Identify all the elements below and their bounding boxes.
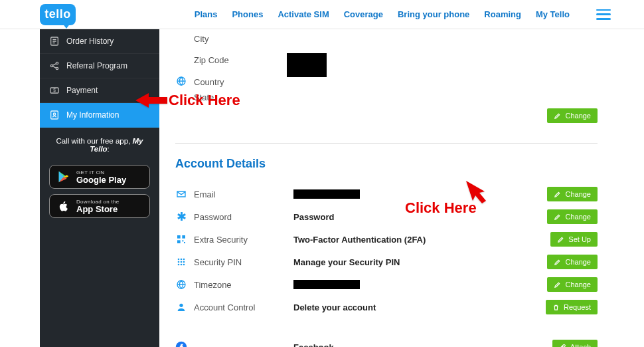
svg-point-7 [53,113,55,115]
change-password-button[interactable]: Change [547,209,598,224]
svg-point-20 [178,264,180,266]
extsec-value: Two-Factor Authentication (2FA) [293,235,426,245]
page-body: Order History Referral Program $ Payment… [0,29,644,347]
divider [175,143,598,144]
google-play-badge[interactable]: GET IT ONGoogle Play [49,165,150,189]
btn-label: Request [564,303,591,311]
sidebar-item-label: Order History [66,37,114,46]
btn-label: Change [565,213,591,221]
country-label: Country [194,77,268,87]
change-email-button[interactable]: Change [547,187,598,201]
sidebar-item-label: Referral Program [66,61,127,70]
nav-activate-sim[interactable]: Activate SIM [278,9,329,19]
svg-point-17 [178,261,180,263]
city-label: City [194,34,287,44]
attach-icon [559,344,566,348]
redacted-value [287,53,327,77]
change-timezone-button[interactable]: Change [547,277,598,292]
apple-icon [56,199,71,213]
password-label: Password [194,212,293,222]
row-security-pin: Security PIN Manage your Security PIN Ch… [175,251,598,273]
pencil-icon [557,236,564,243]
request-delete-button[interactable]: Request [546,300,598,314]
svg-rect-9 [177,235,181,239]
nav-roaming[interactable]: Roaming [484,9,521,19]
mail-icon [175,189,187,199]
promo-suffix: : [108,145,110,153]
sidebar-promo: Call with our free app, My Tello: [40,128,159,160]
btn-label: Set Up [568,235,591,243]
btn-label: Change [565,190,591,198]
qr-icon [175,234,187,245]
svg-point-24 [179,304,183,307]
nav-bring-phone[interactable]: Bring your phone [398,9,469,19]
svg-point-22 [183,264,185,266]
password-value: Password [293,212,334,222]
sidebar: Order History Referral Program $ Payment… [40,29,159,347]
top-nav: Plans Phones Activate SIM Coverage Bring… [195,9,611,20]
svg-rect-12 [182,240,183,241]
extsec-label: Extra Security [194,235,293,245]
nav-my-tello[interactable]: My Tello [536,9,570,19]
row-password: ✱ Password Password Change [175,205,598,228]
pencil-icon [554,191,561,198]
fb-value: Facebook [293,342,334,348]
globe-icon [175,279,187,290]
change-pin-button[interactable]: Change [547,255,598,269]
sidebar-item-referral[interactable]: Referral Program [40,54,159,78]
row-account-control: Account Control Delete your account Requ… [175,296,598,318]
pencil-icon [554,213,561,221]
trash-icon [552,304,560,311]
row-email: Email Change [175,183,598,205]
globe-icon [175,76,187,88]
keypad-icon [175,257,187,267]
address-row-country: Country [175,74,598,90]
redacted-email [293,189,360,199]
history-icon [49,36,60,47]
sidebar-item-payment[interactable]: $ Payment [40,78,159,103]
svg-rect-13 [184,242,185,243]
tz-label: Timezone [194,280,293,290]
change-address-button[interactable]: Change [547,108,598,123]
sidebar-item-label: Payment [66,86,98,95]
pin-label: Security PIN [194,257,293,267]
gplay-text: GET IT ONGoogle Play [76,170,126,184]
attach-facebook-button[interactable]: Attach [552,340,598,347]
svg-point-19 [183,261,185,263]
brand-logo[interactable]: tello [40,4,76,25]
address-row-state: State [175,90,598,104]
payment-icon: $ [49,85,60,96]
person-icon [175,302,187,312]
nav-plans[interactable]: Plans [195,9,218,19]
svg-point-18 [181,261,183,263]
acct-value: Delete your account [293,302,376,312]
zip-label: Zip Code [194,55,287,65]
svg-point-21 [181,264,183,266]
share-icon [49,60,60,71]
nav-coverage[interactable]: Coverage [344,9,383,19]
pin-value: Manage your Security PIN [293,257,400,267]
svg-point-15 [181,259,183,261]
menu-icon[interactable] [596,9,611,20]
svg-point-16 [183,259,185,261]
nav-phones[interactable]: Phones [232,9,263,19]
address-row-city: City [175,32,598,46]
sidebar-item-order-history[interactable]: Order History [40,29,159,54]
app-store-badge[interactable]: Download on theApp Store [49,194,150,218]
asterisk-icon: ✱ [175,211,187,223]
promo-prefix: Call with our free app, [56,137,132,145]
row-timezone: Timezone Change [175,273,598,296]
row-extra-security: Extra Security Two-Factor Authentication… [175,228,598,251]
sidebar-item-my-information[interactable]: My Information [40,103,159,128]
section-title: Account Details [175,157,598,171]
facebook-icon [175,341,187,347]
svg-rect-10 [182,235,185,239]
acct-label: Account Control [194,302,293,312]
main-content: City Zip Code Country State Change Accou… [159,29,644,347]
pencil-icon [554,281,561,289]
redacted-tz [293,280,360,289]
top-bar: tello Plans Phones Activate SIM Coverage… [0,0,644,29]
svg-text:$: $ [53,88,56,92]
setup-2fa-button[interactable]: Set Up [550,232,598,247]
state-label: State [194,92,287,102]
